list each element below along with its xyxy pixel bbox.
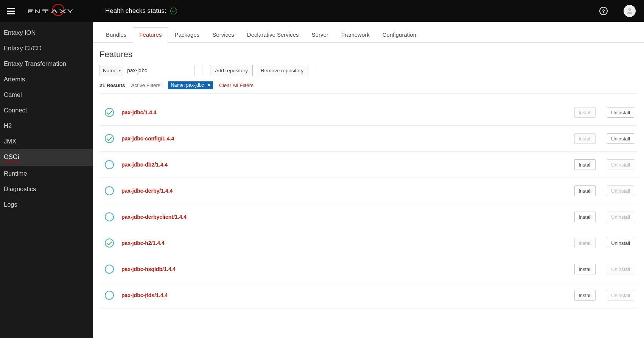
installed-status-icon: [105, 238, 114, 248]
feature-name-link[interactable]: pax-jdbc-jtds/1.4.4: [121, 292, 168, 298]
feature-name-link[interactable]: pax-jdbc-h2/1.4.4: [121, 240, 165, 246]
sidebar-item-diagnostics[interactable]: Diagnostics: [0, 181, 93, 197]
feature-name-link[interactable]: pax-jdbc-derbyclient/1.4.4: [121, 214, 187, 220]
install-button: Install: [574, 107, 596, 118]
uninstall-button[interactable]: Uninstall: [607, 107, 634, 118]
install-button[interactable]: Install: [574, 290, 596, 301]
user-avatar[interactable]: [624, 5, 636, 17]
health-status: Health checks status:: [105, 7, 177, 15]
sidebar-item-camel[interactable]: Camel: [0, 87, 93, 103]
main: Entaxy IONEntaxy CI/CDEntaxy Transformat…: [0, 22, 644, 338]
feature-row: pax-jdbc-config/1.4.4InstallUninstall: [100, 126, 637, 152]
feature-row: pax-jdbc-h2/1.4.4InstallUninstall: [100, 230, 637, 256]
filter-chip: Name: pax-jdbc ✕: [168, 81, 213, 89]
install-button: Install: [574, 133, 596, 144]
not-installed-status-icon: [105, 212, 114, 221]
sidebar-item-runtime[interactable]: Runtime: [0, 166, 93, 181]
logo: [26, 4, 83, 18]
tab-services[interactable]: Services: [206, 27, 241, 43]
page-title: Features: [100, 50, 637, 59]
tab-features[interactable]: Features: [133, 27, 168, 43]
sidebar-item-label: Diagnostics: [4, 185, 36, 192]
filter-value-input[interactable]: [124, 65, 194, 76]
feature-row: pax-jdbc-db2/1.4.4InstallUninstall: [100, 152, 637, 178]
feature-row: pax-jdbc-derbyclient/1.4.4InstallUninsta…: [100, 204, 637, 230]
uninstall-button: Uninstall: [607, 264, 634, 274]
tab-packages[interactable]: Packages: [168, 27, 206, 43]
installed-status-icon: [105, 134, 114, 143]
sidebar-item-label: Entaxy Transformation: [4, 60, 66, 67]
content: BundlesFeaturesPackagesServicesDeclarati…: [93, 22, 644, 338]
help-icon[interactable]: ?: [599, 7, 608, 15]
uninstall-button[interactable]: Uninstall: [607, 238, 634, 248]
install-button[interactable]: Install: [574, 264, 596, 274]
feature-row: pax-jdbc-hsqldb/1.4.4InstallUninstall: [100, 256, 637, 282]
tab-framework[interactable]: Framework: [335, 27, 376, 43]
feature-name-link[interactable]: pax-jdbc-hsqldb/1.4.4: [121, 266, 176, 272]
tab-server[interactable]: Server: [305, 27, 335, 43]
installed-status-icon: [105, 108, 114, 117]
sidebar-item-osgi[interactable]: OSGi: [0, 149, 93, 166]
sidebar-item-logs[interactable]: Logs: [0, 197, 93, 212]
feature-name-link[interactable]: pax-jdbc/1.4.4: [121, 109, 157, 115]
sidebar-item-label: H2: [4, 122, 12, 129]
top-bar: Health checks status: ?: [0, 0, 644, 22]
feature-name-link[interactable]: pax-jdbc-config/1.4.4: [121, 136, 174, 142]
tab-bundles[interactable]: Bundles: [100, 27, 133, 43]
sidebar-item-h2[interactable]: H2: [0, 118, 93, 134]
install-button[interactable]: Install: [574, 159, 596, 170]
tab-declarative-services[interactable]: Declarative Services: [241, 27, 305, 43]
filter-attribute-label: Name: [103, 68, 117, 73]
sidebar-item-jmx[interactable]: JMX: [0, 134, 93, 149]
sidebar-item-entaxy-ci-cd[interactable]: Entaxy CI/CD: [0, 40, 93, 56]
sidebar-item-label: Connect: [4, 107, 27, 114]
not-installed-status-icon: [105, 291, 114, 300]
add-repository-button[interactable]: Add repository: [210, 65, 253, 76]
feature-row: pax-jdbc-jtds/1.4.4InstallUninstall: [100, 282, 637, 308]
uninstall-button: Uninstall: [607, 159, 634, 170]
divider: [202, 65, 202, 76]
filter-chip-label: Name: pax-jdbc: [171, 83, 204, 88]
user-icon: [625, 7, 634, 15]
hamburger-menu-button[interactable]: [5, 6, 17, 17]
results-summary: 21 Results Active Filters: Name: pax-jdb…: [100, 80, 637, 93]
feature-name-link[interactable]: pax-jdbc-derby/1.4.4: [121, 188, 173, 194]
filter-chip-remove-icon[interactable]: ✕: [207, 83, 211, 88]
sidebar-item-artemis[interactable]: Artemis: [0, 72, 93, 87]
clear-filters-link[interactable]: Clear All Filters: [219, 83, 254, 88]
sidebar-item-entaxy-ion[interactable]: Entaxy ION: [0, 25, 93, 40]
sidebar-item-label: Runtime: [4, 170, 27, 177]
install-button[interactable]: Install: [574, 185, 596, 196]
uninstall-button[interactable]: Uninstall: [607, 133, 634, 144]
check-circle-icon: [170, 8, 177, 14]
install-button[interactable]: Install: [574, 212, 596, 222]
sidebar-item-label: Camel: [4, 91, 22, 98]
active-filters-label: Active Filters:: [131, 83, 162, 88]
filter-attribute-select[interactable]: Name ▾: [100, 65, 124, 76]
uninstall-button: Uninstall: [607, 185, 634, 196]
uninstall-button: Uninstall: [607, 212, 634, 222]
not-installed-status-icon: [105, 186, 114, 195]
install-button: Install: [574, 238, 596, 248]
page-body: Features Name ▾ Add repository Remove re…: [93, 43, 644, 308]
sidebar-item-label: Entaxy CI/CD: [4, 45, 42, 51]
uninstall-button: Uninstall: [607, 290, 634, 301]
feature-row: pax-jdbc-derby/1.4.4InstallUninstall: [100, 178, 637, 204]
feature-row: pax-jdbc/1.4.4InstallUninstall: [100, 100, 637, 126]
feature-name-link[interactable]: pax-jdbc-db2/1.4.4: [121, 162, 168, 168]
sidebar-item-label: Artemis: [4, 76, 25, 83]
chevron-down-icon: ▾: [119, 69, 121, 73]
sidebar-item-entaxy-transformation[interactable]: Entaxy Transformation: [0, 56, 93, 72]
not-installed-status-icon: [105, 160, 114, 169]
feature-list: pax-jdbc/1.4.4InstallUninstallpax-jdbc-c…: [100, 100, 637, 308]
results-count: 21 Results: [100, 83, 125, 88]
svg-point-1: [628, 8, 631, 11]
remove-repository-button[interactable]: Remove repository: [256, 65, 308, 76]
sidebar-item-label: Logs: [4, 201, 17, 208]
sidebar: Entaxy IONEntaxy CI/CDEntaxy Transformat…: [0, 22, 93, 338]
divider: [316, 65, 316, 76]
sidebar-item-connect[interactable]: Connect: [0, 103, 93, 118]
tab-configuration[interactable]: Configuration: [376, 27, 423, 43]
logo-icon: [26, 4, 83, 18]
sidebar-item-label: OSGi: [4, 153, 19, 162]
